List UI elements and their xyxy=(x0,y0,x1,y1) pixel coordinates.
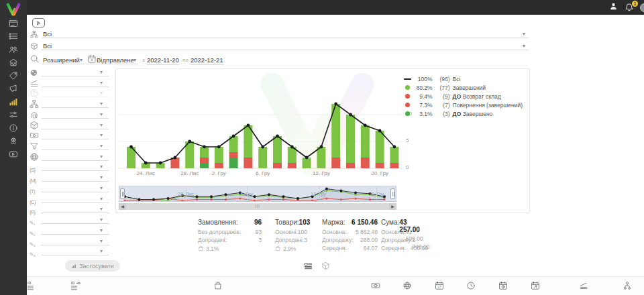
stat-row: Допродажу:1 748.00 xyxy=(381,237,428,245)
apply-button[interactable]: Застосувати xyxy=(65,260,120,272)
view-toggle xyxy=(304,261,330,273)
family-tree-icon[interactable] xyxy=(623,281,632,293)
filter-select-row[interactable]: ▾ xyxy=(30,121,110,131)
chevron-down-icon: ▾ xyxy=(100,143,103,149)
search-mode-value: Розширений xyxy=(43,56,80,64)
legend-line-marker xyxy=(404,78,411,80)
orders-chart[interactable] xyxy=(119,69,407,176)
sidebar-item[interactable] xyxy=(0,97,27,110)
filter-select-row[interactable]: {C}▾ xyxy=(30,194,110,204)
filter-select-row[interactable]: ▾ xyxy=(30,88,110,99)
profile-circle-partial[interactable] xyxy=(640,3,644,12)
stat-row: Без допродажів:93 xyxy=(198,229,262,237)
navigator-right-handle[interactable] xyxy=(390,188,395,199)
svg-text:17: 17 xyxy=(437,286,441,289)
user-avatar-icon[interactable] xyxy=(609,1,618,13)
legend-dot-marker xyxy=(405,94,410,99)
date-to-input[interactable]: 2022-12-21 xyxy=(191,56,223,65)
calendar-date-icon[interactable]: 17 xyxy=(435,281,444,293)
filter-select-row[interactable]: ▾ xyxy=(30,78,110,88)
legend-entry[interactable]: 9.4%(9)ДО Возврат склад xyxy=(404,92,523,101)
sphere-icon[interactable] xyxy=(402,281,412,293)
filter-select-row[interactable]: ▾ xyxy=(30,141,110,152)
app-logo[interactable] xyxy=(0,0,27,18)
filter-select-row[interactable]: {M}▾ xyxy=(30,173,110,183)
filter-select-row[interactable]: ▾ xyxy=(30,68,110,78)
sidebar-item[interactable] xyxy=(0,110,27,123)
x-tick-label: 12. Гру xyxy=(313,170,330,176)
chevron-down-icon: ▾ xyxy=(100,122,103,128)
x-tick-label: 28. Лис xyxy=(180,170,199,176)
notifications-bell-icon[interactable]: 1 xyxy=(625,3,635,13)
filter-select-row[interactable]: ▾ xyxy=(30,152,110,162)
upsell-percent: 2.9% xyxy=(275,245,307,253)
legend-entry[interactable]: 100%(96)Всі xyxy=(404,74,523,83)
filter-select-row[interactable]: ▾ xyxy=(30,131,110,141)
cube-view-icon[interactable] xyxy=(321,261,330,273)
navigator-date-label: 19. Гру xyxy=(369,192,384,196)
chevron-down-icon: ▾ xyxy=(100,101,103,107)
bag-icon[interactable] xyxy=(213,281,223,293)
clock-icon[interactable] xyxy=(466,281,476,293)
date-from-label: з xyxy=(142,57,145,63)
sidebar-item[interactable] xyxy=(0,136,27,150)
id-list-icon[interactable]: ID xyxy=(28,281,38,294)
filter-select-row[interactable]: ✎₄▾ xyxy=(30,247,110,257)
chart-legend: 100%(96)Всі80.2%(77)Завершений9.4%(9)ДО … xyxy=(404,74,523,118)
chevron-down-icon: ▾ xyxy=(100,69,103,75)
filter-select-row[interactable]: ✎₃▾ xyxy=(30,237,110,247)
sidebar-item[interactable] xyxy=(0,123,27,136)
filter-select-row[interactable]: ✎₁▾ xyxy=(30,215,110,225)
sidebar-item[interactable] xyxy=(0,149,27,162)
navigator-left-handle[interactable] xyxy=(120,188,125,199)
calendar-icon xyxy=(87,54,97,66)
calendar-export-icon[interactable] xyxy=(531,281,540,293)
cash-icon[interactable] xyxy=(371,281,380,293)
chart-navigator[interactable]: 28. Лис5. Гру12. Гру19. Гру xyxy=(119,186,396,202)
play-tutorial-button[interactable] xyxy=(32,18,45,27)
chevron-down-icon: ▾ xyxy=(100,132,103,138)
chevron-down-icon: ▾ xyxy=(100,154,103,160)
level-icon[interactable] xyxy=(579,281,588,293)
sidebar-item[interactable] xyxy=(0,18,27,32)
stat-row: Основна:5 862.46 xyxy=(322,229,378,237)
stat-column: Сума:43 257.00Основна:41 509.00Допродажу… xyxy=(381,219,428,253)
date-from-input[interactable]: 2022-11-20 xyxy=(147,56,179,65)
sidebar-item[interactable] xyxy=(0,44,27,58)
filter-select-row[interactable]: {P}▾ xyxy=(30,204,110,215)
chart-card: 0510 24. Лис28. Лис2. Гру6. Гру12. Гру20… xyxy=(115,68,530,213)
legend-entry[interactable]: 7.3%(7)Повернення (завершений) xyxy=(404,101,523,109)
filter-select-row[interactable]: {S}▾ xyxy=(30,162,110,172)
scroll-left-arrow[interactable]: ◀ xyxy=(119,203,126,210)
filter-select-row[interactable]: {T}▾ xyxy=(30,184,110,194)
calendar-clock-icon[interactable] xyxy=(498,281,508,293)
sidebar-item[interactable] xyxy=(0,58,27,71)
sidebar-item[interactable] xyxy=(0,70,27,84)
filter-select-row[interactable]: ▾ xyxy=(30,110,110,120)
chevron-down-icon: ▾ xyxy=(100,174,103,180)
filter-select-row[interactable]: ▾ xyxy=(30,99,110,109)
chevron-down-icon: ▾ xyxy=(100,185,103,191)
search-icon xyxy=(30,54,40,66)
legend-entry[interactable]: 80.2%(77)Завершений xyxy=(404,83,523,92)
filter-select-row[interactable]: ✎₂▾ xyxy=(30,226,110,236)
product-select-value: Всі xyxy=(43,42,52,50)
sidebar-item[interactable] xyxy=(0,84,27,97)
chevron-down-icon: ▾ xyxy=(100,238,103,244)
chart-scrollbar[interactable]: ◀ ▶ ||| xyxy=(119,203,396,210)
scrollbar-grip[interactable]: ||| xyxy=(255,204,260,208)
stat-row: Основні:100 xyxy=(275,229,307,237)
chevron-down-icon: ▾ xyxy=(100,248,103,254)
chevron-down-icon: ▾ xyxy=(133,57,136,63)
legend-entry[interactable]: 3.1%(3)ДО Завершено xyxy=(404,109,523,118)
list-view-icon[interactable] xyxy=(304,261,313,273)
chevron-down-icon: ▾ xyxy=(100,217,103,223)
scroll-right-arrow[interactable]: ▶ xyxy=(389,203,396,210)
sidebar-item[interactable] xyxy=(0,32,27,45)
chevron-down-icon: ▾ xyxy=(100,196,103,202)
stat-column: Маржа:6 150.46Основна:5 862.46Допродажу:… xyxy=(322,219,378,253)
bag-percent-icon xyxy=(275,245,281,253)
bottom-toolbar: IDID17 xyxy=(27,276,644,295)
id-status-icon[interactable]: ID xyxy=(71,281,81,294)
chevron-down-icon: ▾ xyxy=(100,80,103,86)
